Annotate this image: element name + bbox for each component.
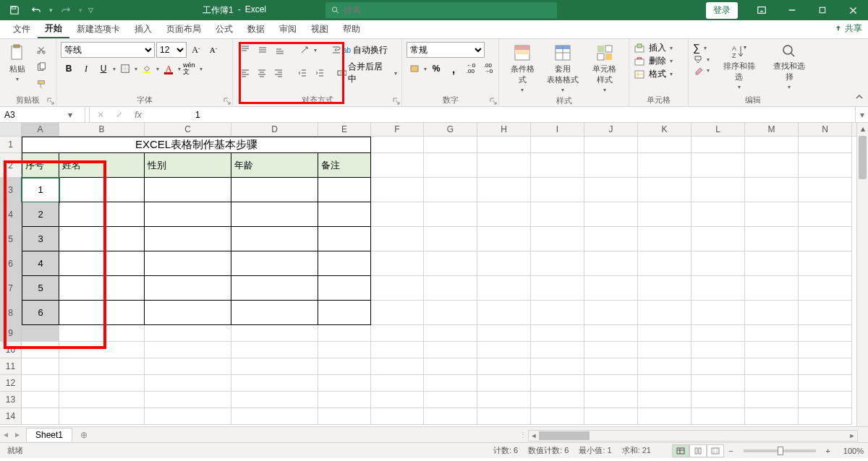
cell[interactable] [145, 251, 231, 276]
cell[interactable] [318, 227, 371, 251]
cell[interactable] [799, 358, 852, 375]
cell[interactable] [745, 153, 799, 178]
font-dialog-icon[interactable] [224, 98, 231, 105]
cell[interactable] [424, 325, 477, 342]
cell[interactable] [59, 392, 145, 408]
align-right-icon[interactable] [271, 65, 286, 81]
cell[interactable]: 备注 [318, 153, 371, 178]
row-header[interactable]: 2 [0, 153, 22, 178]
cell[interactable] [59, 358, 145, 375]
tab-file[interactable]: 文件 [6, 20, 38, 38]
cell[interactable] [231, 251, 318, 276]
cell[interactable] [692, 375, 745, 392]
align-top-icon[interactable] [237, 42, 253, 58]
name-box[interactable]: ▾ [0, 107, 85, 122]
align-left-icon[interactable] [237, 65, 252, 81]
zoom-slider[interactable] [744, 449, 816, 452]
cell[interactable] [371, 375, 424, 392]
cell[interactable] [692, 251, 745, 276]
cell[interactable] [145, 325, 231, 342]
cell[interactable] [638, 408, 692, 425]
cell[interactable] [59, 375, 145, 392]
cell[interactable] [799, 325, 852, 342]
cell[interactable] [424, 276, 477, 301]
cell[interactable] [22, 375, 59, 392]
cell[interactable] [424, 153, 477, 178]
paste-button[interactable]: 粘贴 ▾ [4, 42, 30, 84]
scroll-right-icon[interactable]: ► [847, 432, 857, 439]
cell[interactable] [531, 392, 584, 408]
bold-button[interactable]: B [61, 61, 77, 77]
cell[interactable] [477, 251, 531, 276]
cell[interactable] [799, 342, 852, 358]
close-icon[interactable] [838, 0, 868, 20]
cell[interactable] [638, 137, 692, 153]
cell[interactable] [531, 375, 584, 392]
cell[interactable] [745, 137, 799, 153]
font-color-icon[interactable]: A [161, 61, 176, 77]
orientation-icon[interactable] [297, 42, 312, 58]
cell[interactable] [371, 301, 424, 325]
italic-button[interactable]: I [78, 61, 94, 77]
cell[interactable] [638, 358, 692, 375]
cell[interactable] [531, 358, 584, 375]
row-header[interactable]: 4 [0, 202, 22, 227]
column-header[interactable]: M [745, 123, 799, 137]
redo-dropdown-icon[interactable]: ▾ [79, 7, 82, 14]
vertical-scrollbar[interactable]: ▴ [856, 123, 868, 426]
cell[interactable] [477, 178, 531, 202]
qat-customize-icon[interactable]: ▽ [88, 7, 93, 14]
cell[interactable] [477, 392, 531, 408]
cell[interactable] [584, 178, 638, 202]
cell[interactable] [531, 301, 584, 325]
cell[interactable] [531, 276, 584, 301]
cell[interactable] [231, 202, 318, 227]
sort-filter-button[interactable]: AZ排序和筛选▾ [715, 42, 763, 92]
cell[interactable] [584, 227, 638, 251]
column-header[interactable]: A [22, 123, 59, 137]
cell[interactable] [424, 392, 477, 408]
cell[interactable] [799, 301, 852, 325]
cell[interactable] [22, 392, 59, 408]
fill-button[interactable]: ▾ [693, 54, 710, 64]
row-header[interactable]: 9 [0, 325, 22, 342]
underline-button[interactable]: U [95, 61, 111, 77]
column-header[interactable]: E [318, 123, 371, 137]
column-header[interactable]: B [59, 123, 145, 137]
find-select-button[interactable]: 查找和选择▾ [766, 42, 814, 92]
cell[interactable] [231, 301, 318, 325]
scroll-thumb-v[interactable] [859, 136, 867, 179]
cell[interactable] [424, 408, 477, 425]
ribbon-display-icon[interactable] [746, 0, 777, 20]
decrease-font-icon[interactable]: Aˇ [205, 42, 221, 58]
horizontal-scrollbar[interactable]: ◄ ► [528, 430, 858, 441]
row-header[interactable]: 6 [0, 251, 22, 276]
cell[interactable] [371, 227, 424, 251]
undo-dropdown-icon[interactable]: ▾ [49, 7, 53, 14]
cell[interactable] [22, 342, 59, 358]
cell[interactable] [318, 408, 371, 425]
cell[interactable] [424, 178, 477, 202]
align-middle-icon[interactable] [255, 42, 271, 58]
row-header[interactable]: 11 [0, 358, 22, 375]
tab-new-tab[interactable]: 新建选项卡 [69, 20, 127, 38]
cell[interactable] [584, 202, 638, 227]
cell[interactable] [371, 202, 424, 227]
cell[interactable] [477, 358, 531, 375]
cell[interactable] [371, 251, 424, 276]
cell[interactable] [692, 325, 745, 342]
cell[interactable] [371, 408, 424, 425]
cell[interactable] [799, 251, 852, 276]
row-header[interactable]: 8 [0, 301, 22, 325]
scroll-thumb-h[interactable] [539, 431, 590, 440]
cancel-icon[interactable]: ✕ [93, 110, 109, 120]
tab-review[interactable]: 审阅 [272, 20, 304, 38]
cell[interactable] [318, 325, 371, 342]
cell[interactable] [371, 153, 424, 178]
cell[interactable] [231, 375, 318, 392]
row-header[interactable]: 13 [0, 392, 22, 408]
cell[interactable] [424, 137, 477, 153]
select-all-button[interactable] [0, 123, 22, 136]
search-input[interactable] [344, 5, 551, 15]
cell[interactable] [745, 358, 799, 375]
